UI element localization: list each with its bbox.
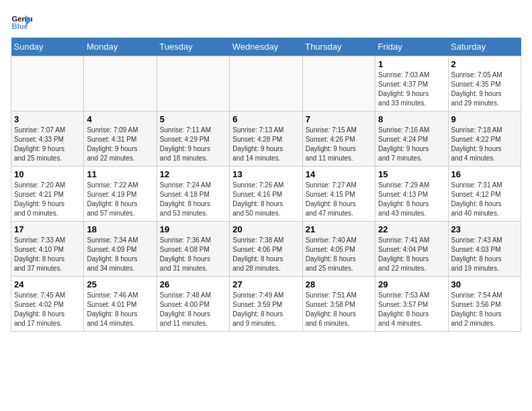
calendar-cell: 9Sunrise: 7:18 AM Sunset: 4:22 PM Daylig… — [448, 111, 521, 167]
calendar-cell: 27Sunrise: 7:49 AM Sunset: 3:59 PM Dayli… — [230, 277, 302, 332]
calendar-cell — [84, 56, 157, 111]
day-number: 13 — [232, 169, 299, 179]
logo-icon: General Blue — [11, 11, 32, 32]
day-number: 8 — [378, 114, 445, 124]
day-number: 16 — [451, 169, 518, 179]
calendar-cell: 20Sunrise: 7:38 AM Sunset: 4:06 PM Dayli… — [230, 222, 302, 277]
calendar-week-5: 24Sunrise: 7:45 AM Sunset: 4:02 PM Dayli… — [11, 277, 521, 332]
calendar-cell: 4Sunrise: 7:09 AM Sunset: 4:31 PM Daylig… — [84, 111, 157, 167]
day-info: Sunrise: 7:05 AM Sunset: 4:35 PM Dayligh… — [451, 71, 518, 108]
calendar-cell: 30Sunrise: 7:54 AM Sunset: 3:56 PM Dayli… — [448, 277, 521, 332]
calendar-week-4: 17Sunrise: 7:33 AM Sunset: 4:10 PM Dayli… — [11, 222, 521, 277]
day-info: Sunrise: 7:41 AM Sunset: 4:04 PM Dayligh… — [378, 236, 445, 273]
calendar-cell: 12Sunrise: 7:24 AM Sunset: 4:18 PM Dayli… — [157, 167, 229, 222]
calendar-cell: 28Sunrise: 7:51 AM Sunset: 3:58 PM Dayli… — [302, 277, 375, 332]
day-info: Sunrise: 7:27 AM Sunset: 4:15 PM Dayligh… — [306, 181, 372, 218]
weekday-header-row: SundayMondayTuesdayWednesdayThursdayFrid… — [11, 38, 521, 56]
day-info: Sunrise: 7:03 AM Sunset: 4:37 PM Dayligh… — [378, 71, 445, 108]
weekday-header-saturday: Saturday — [448, 38, 521, 56]
day-info: Sunrise: 7:16 AM Sunset: 4:24 PM Dayligh… — [378, 126, 445, 163]
calendar-cell: 8Sunrise: 7:16 AM Sunset: 4:24 PM Daylig… — [375, 111, 448, 167]
day-info: Sunrise: 7:31 AM Sunset: 4:12 PM Dayligh… — [451, 181, 518, 218]
day-info: Sunrise: 7:46 AM Sunset: 4:01 PM Dayligh… — [87, 291, 153, 328]
calendar-week-2: 3Sunrise: 7:07 AM Sunset: 4:33 PM Daylig… — [11, 111, 521, 167]
calendar-week-3: 10Sunrise: 7:20 AM Sunset: 4:21 PM Dayli… — [11, 167, 521, 222]
day-number: 2 — [451, 59, 518, 69]
calendar-cell: 16Sunrise: 7:31 AM Sunset: 4:12 PM Dayli… — [448, 167, 521, 222]
day-info: Sunrise: 7:09 AM Sunset: 4:31 PM Dayligh… — [87, 126, 153, 163]
calendar-cell: 6Sunrise: 7:13 AM Sunset: 4:28 PM Daylig… — [230, 111, 302, 167]
day-info: Sunrise: 7:11 AM Sunset: 4:29 PM Dayligh… — [160, 126, 226, 163]
day-number: 5 — [160, 114, 226, 124]
day-number: 21 — [306, 224, 372, 234]
day-info: Sunrise: 7:51 AM Sunset: 3:58 PM Dayligh… — [306, 291, 372, 328]
calendar-cell — [11, 56, 84, 111]
day-number: 29 — [378, 279, 445, 289]
day-number: 28 — [306, 279, 372, 289]
calendar-cell: 22Sunrise: 7:41 AM Sunset: 4:04 PM Dayli… — [375, 222, 448, 277]
calendar-cell: 3Sunrise: 7:07 AM Sunset: 4:33 PM Daylig… — [11, 111, 84, 167]
day-number: 27 — [232, 279, 299, 289]
day-info: Sunrise: 7:45 AM Sunset: 4:02 PM Dayligh… — [14, 291, 81, 328]
weekday-header-monday: Monday — [84, 38, 157, 56]
calendar-cell: 21Sunrise: 7:40 AM Sunset: 4:05 PM Dayli… — [302, 222, 375, 277]
calendar-cell: 14Sunrise: 7:27 AM Sunset: 4:15 PM Dayli… — [302, 167, 375, 222]
day-number: 15 — [378, 169, 445, 179]
day-info: Sunrise: 7:48 AM Sunset: 4:00 PM Dayligh… — [160, 291, 226, 328]
day-number: 3 — [14, 114, 81, 124]
calendar-cell: 24Sunrise: 7:45 AM Sunset: 4:02 PM Dayli… — [11, 277, 84, 332]
day-info: Sunrise: 7:40 AM Sunset: 4:05 PM Dayligh… — [306, 236, 372, 273]
calendar-cell: 13Sunrise: 7:26 AM Sunset: 4:16 PM Dayli… — [230, 167, 302, 222]
day-info: Sunrise: 7:24 AM Sunset: 4:18 PM Dayligh… — [160, 181, 226, 218]
day-number: 24 — [14, 279, 81, 289]
calendar-cell: 23Sunrise: 7:43 AM Sunset: 4:03 PM Dayli… — [448, 222, 521, 277]
calendar-cell: 11Sunrise: 7:22 AM Sunset: 4:19 PM Dayli… — [84, 167, 157, 222]
day-number: 18 — [87, 224, 153, 234]
calendar-week-1: 1Sunrise: 7:03 AM Sunset: 4:37 PM Daylig… — [11, 56, 521, 111]
weekday-header-sunday: Sunday — [11, 38, 84, 56]
day-info: Sunrise: 7:36 AM Sunset: 4:08 PM Dayligh… — [160, 236, 226, 273]
calendar-cell: 2Sunrise: 7:05 AM Sunset: 4:35 PM Daylig… — [448, 56, 521, 111]
day-number: 22 — [378, 224, 445, 234]
day-info: Sunrise: 7:07 AM Sunset: 4:33 PM Dayligh… — [14, 126, 81, 163]
svg-text:Blue: Blue — [12, 22, 28, 30]
day-info: Sunrise: 7:53 AM Sunset: 3:57 PM Dayligh… — [378, 291, 445, 328]
day-number: 17 — [14, 224, 81, 234]
calendar-cell: 29Sunrise: 7:53 AM Sunset: 3:57 PM Dayli… — [375, 277, 448, 332]
day-info: Sunrise: 7:22 AM Sunset: 4:19 PM Dayligh… — [87, 181, 153, 218]
calendar-cell: 10Sunrise: 7:20 AM Sunset: 4:21 PM Dayli… — [11, 167, 84, 222]
day-number: 23 — [451, 224, 518, 234]
day-info: Sunrise: 7:54 AM Sunset: 3:56 PM Dayligh… — [451, 291, 518, 328]
day-info: Sunrise: 7:20 AM Sunset: 4:21 PM Dayligh… — [14, 181, 81, 218]
day-info: Sunrise: 7:13 AM Sunset: 4:28 PM Dayligh… — [232, 126, 299, 163]
day-number: 6 — [232, 114, 299, 124]
day-info: Sunrise: 7:38 AM Sunset: 4:06 PM Dayligh… — [232, 236, 299, 273]
calendar-cell: 18Sunrise: 7:34 AM Sunset: 4:09 PM Dayli… — [84, 222, 157, 277]
day-info: Sunrise: 7:15 AM Sunset: 4:26 PM Dayligh… — [306, 126, 372, 163]
calendar-cell: 19Sunrise: 7:36 AM Sunset: 4:08 PM Dayli… — [157, 222, 229, 277]
day-info: Sunrise: 7:33 AM Sunset: 4:10 PM Dayligh… — [14, 236, 81, 273]
day-number: 26 — [160, 279, 226, 289]
calendar-table: SundayMondayTuesdayWednesdayThursdayFrid… — [11, 38, 521, 332]
day-info: Sunrise: 7:34 AM Sunset: 4:09 PM Dayligh… — [87, 236, 153, 273]
day-number: 7 — [306, 114, 372, 124]
day-number: 12 — [160, 169, 226, 179]
day-info: Sunrise: 7:18 AM Sunset: 4:22 PM Dayligh… — [451, 126, 518, 163]
calendar-cell: 5Sunrise: 7:11 AM Sunset: 4:29 PM Daylig… — [157, 111, 229, 167]
calendar-cell: 15Sunrise: 7:29 AM Sunset: 4:13 PM Dayli… — [375, 167, 448, 222]
calendar-cell: 1Sunrise: 7:03 AM Sunset: 4:37 PM Daylig… — [375, 56, 448, 111]
day-number: 25 — [87, 279, 153, 289]
calendar-cell — [157, 56, 229, 111]
day-number: 9 — [451, 114, 518, 124]
calendar-cell: 26Sunrise: 7:48 AM Sunset: 4:00 PM Dayli… — [157, 277, 229, 332]
weekday-header-wednesday: Wednesday — [230, 38, 302, 56]
calendar-cell: 25Sunrise: 7:46 AM Sunset: 4:01 PM Dayli… — [84, 277, 157, 332]
day-number: 19 — [160, 224, 226, 234]
day-number: 1 — [378, 59, 445, 69]
day-info: Sunrise: 7:29 AM Sunset: 4:13 PM Dayligh… — [378, 181, 445, 218]
calendar-cell — [302, 56, 375, 111]
day-info: Sunrise: 7:26 AM Sunset: 4:16 PM Dayligh… — [232, 181, 299, 218]
day-number: 4 — [87, 114, 153, 124]
day-info: Sunrise: 7:43 AM Sunset: 4:03 PM Dayligh… — [451, 236, 518, 273]
day-number: 20 — [232, 224, 299, 234]
